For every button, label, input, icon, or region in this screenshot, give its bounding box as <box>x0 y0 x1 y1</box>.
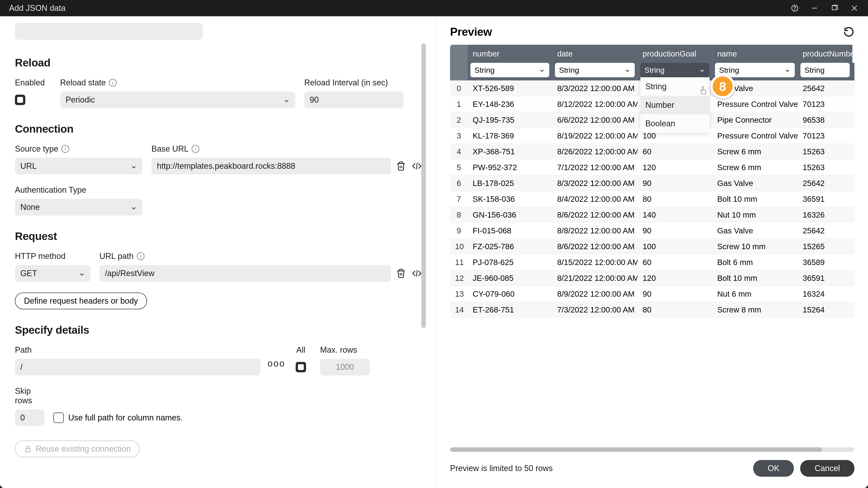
type-select-date[interactable]: String <box>555 63 635 77</box>
cell-name: Screw 6 mm <box>712 147 798 156</box>
close-icon[interactable] <box>850 4 859 13</box>
cell-name: Bolt 10 mm <box>712 273 798 283</box>
info-icon[interactable]: i <box>109 79 117 87</box>
type-option-number[interactable]: Number <box>640 96 710 114</box>
reload-state-select[interactable]: Periodic <box>60 92 295 108</box>
define-request-button[interactable]: Define request headers or body <box>15 293 147 309</box>
cancel-button[interactable]: Cancel <box>800 460 855 477</box>
cell-number: GN-156-036 <box>468 210 552 219</box>
help-icon[interactable] <box>790 4 799 13</box>
enabled-checkbox[interactable] <box>15 95 25 105</box>
table-row[interactable]: 8GN-156-0368/6/2022 12:00:00 AM140Nut 10… <box>450 207 855 223</box>
row-index: 0 <box>450 84 468 93</box>
details-heading: Specify details <box>15 324 423 336</box>
table-row[interactable]: 13CY-079-0608/9/2022 12:00:00 AM90Nut 6 … <box>450 286 855 302</box>
path-input[interactable]: / <box>15 359 260 376</box>
table-row[interactable]: 9FI-015-0688/8/2022 12:00:00 AM90Gas Val… <box>450 223 855 238</box>
cell-pnum: 15264 <box>798 305 852 314</box>
reuse-connection-button: Reuse existing connection <box>15 441 140 457</box>
row-index: 10 <box>450 242 468 251</box>
minimize-icon[interactable] <box>810 4 819 13</box>
cell-date: 8/26/2022 12:00:00 AM <box>552 147 638 156</box>
request-heading: Request <box>15 230 423 242</box>
left-scrollbar[interactable] <box>421 43 426 432</box>
svg-line-7 <box>416 270 417 276</box>
cell-date: 8/3/2022 12:00:00 AM <box>552 84 638 93</box>
url-path-input[interactable]: /api/RestView <box>99 265 391 282</box>
info-icon[interactable]: i <box>192 145 199 153</box>
row-index: 2 <box>450 116 468 125</box>
base-url-input[interactable]: http://templates.peakboard.rocks:8888 <box>151 158 391 174</box>
code-icon[interactable] <box>411 267 423 279</box>
cell-goal: 80 <box>638 305 712 314</box>
table-row[interactable]: 12JE-960-0858/21/2022 12:00:00 AM120Bolt… <box>450 270 855 286</box>
cell-goal: 120 <box>638 163 712 172</box>
cell-goal: 120 <box>638 273 712 283</box>
cell-goal: 90 <box>638 179 712 188</box>
table-row[interactable]: 10FZ-025-7868/6/2022 12:00:00 AM100Screw… <box>450 238 855 254</box>
more-options-button[interactable]: ooo <box>264 356 287 375</box>
column-header[interactable]: date <box>552 45 638 63</box>
cell-number: PJ-078-625 <box>468 258 552 267</box>
cell-number: SK-158-036 <box>468 195 552 203</box>
fullpath-checkbox[interactable] <box>53 413 64 423</box>
column-header[interactable]: number <box>468 45 552 63</box>
http-method-select[interactable]: GET <box>15 265 90 282</box>
column-header[interactable]: productionGoal <box>638 45 712 63</box>
cell-pnum: 15263 <box>798 163 852 172</box>
base-url-label: Base URLi <box>151 144 423 154</box>
cell-pnum: 16324 <box>798 289 852 298</box>
cell-number: EY-148-236 <box>468 100 552 109</box>
cell-date: 8/3/2022 12:00:00 AM <box>552 179 638 188</box>
row-index: 1 <box>450 100 468 109</box>
reload-state-label: Reload statei <box>60 78 295 88</box>
source-type-select[interactable]: URL <box>15 158 143 174</box>
column-header[interactable]: productNumber <box>798 45 852 63</box>
table-row[interactable]: 14ET-268-7517/3/2022 12:00:00 AM80Screw … <box>450 302 855 318</box>
info-icon[interactable]: i <box>137 252 145 260</box>
cell-pnum: 15265 <box>798 242 852 251</box>
cursor-icon <box>699 86 708 95</box>
type-select-productnumber[interactable]: String <box>800 63 850 77</box>
cell-pnum: 36591 <box>798 273 852 283</box>
all-label: All <box>296 345 305 355</box>
table-row[interactable]: 4XP-368-7518/26/2022 12:00:00 AM60Screw … <box>450 144 855 160</box>
skiprows-input[interactable]: 0 <box>15 410 44 426</box>
cell-name: Bolt 10 mm <box>712 195 798 203</box>
type-option-boolean[interactable]: Boolean <box>640 114 710 133</box>
preview-horizontal-scrollbar[interactable] <box>450 447 855 452</box>
column-header[interactable]: name <box>712 45 798 63</box>
cell-pnum: 36589 <box>798 258 852 267</box>
type-select-number[interactable]: String <box>470 63 549 77</box>
table-row[interactable]: 7SK-158-0368/4/2022 12:00:00 AM80Bolt 10… <box>450 191 855 207</box>
source-type-label: Source typei <box>15 144 143 154</box>
trash-icon[interactable] <box>395 160 407 172</box>
auth-type-select[interactable]: None <box>15 199 143 216</box>
cell-number: ET-268-751 <box>468 305 552 314</box>
maxrows-input[interactable]: 1000 <box>320 359 370 376</box>
info-icon[interactable]: i <box>61 145 69 153</box>
cell-pnum: 16326 <box>798 210 852 219</box>
type-select-productiongoal[interactable]: String <box>640 63 709 77</box>
cell-name: Pipe Connector <box>712 116 798 125</box>
ok-button[interactable]: OK <box>753 460 794 477</box>
table-row[interactable]: 5PW-952-3727/1/2022 12:00:00 AM120Screw … <box>450 160 855 175</box>
cell-number: FZ-025-786 <box>468 242 552 251</box>
trash-icon[interactable] <box>395 267 407 279</box>
cell-date: 8/4/2022 12:00:00 AM <box>552 195 638 203</box>
step-badge: 8 <box>710 74 735 98</box>
row-index: 8 <box>450 210 468 219</box>
cell-name: Screw 8 mm <box>712 305 798 314</box>
cell-name: Pressure Control Valve <box>712 131 798 140</box>
reload-interval-input[interactable]: 90 <box>304 92 404 108</box>
cell-date: 7/3/2022 12:00:00 AM <box>552 305 638 314</box>
refresh-icon[interactable] <box>843 26 855 37</box>
table-row[interactable]: 11PJ-078-6258/15/2022 12:00:00 AM60Bolt … <box>450 254 855 270</box>
details-section: Specify details Path / ooo All <box>13 324 423 426</box>
all-checkbox[interactable] <box>296 362 306 372</box>
code-icon[interactable] <box>411 160 423 172</box>
cell-pnum: 25642 <box>798 179 852 188</box>
maximize-icon[interactable] <box>830 4 839 13</box>
cell-pnum: 36591 <box>798 195 852 203</box>
table-row[interactable]: 6LB-178-0258/3/2022 12:00:00 AM90Gas Val… <box>450 175 855 191</box>
